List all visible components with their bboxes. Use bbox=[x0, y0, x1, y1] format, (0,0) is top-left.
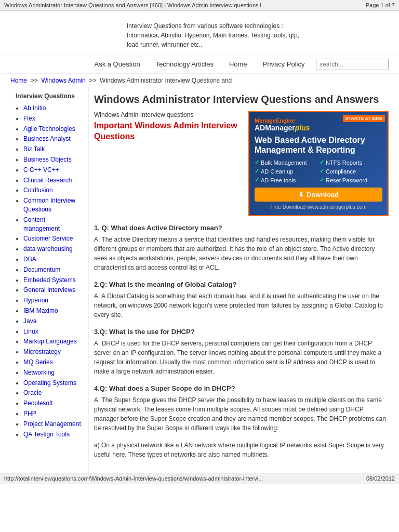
breadcrumb: Home >> Windows Admin >> Windows Adminis… bbox=[0, 74, 399, 87]
ad-product-name: ADManagerplus bbox=[255, 124, 310, 132]
list-item: Documentum bbox=[23, 265, 83, 274]
question-3: 3.Q: What is the use for DHCP? A: DHCP i… bbox=[94, 328, 389, 376]
feature-ad-free-tools: ✓ AD Free tools bbox=[255, 177, 317, 183]
main-content: Windows Administrator Interview Question… bbox=[88, 87, 394, 473]
nav-technology-articles[interactable]: Technology Articles bbox=[156, 60, 214, 68]
check-icon: ✓ bbox=[320, 177, 324, 183]
list-item: Business Objects bbox=[23, 155, 83, 164]
sidebar-peoplesoft[interactable]: Peoplesoft bbox=[23, 400, 53, 407]
sidebar-qa-testing-tools[interactable]: QA Testign Tools bbox=[23, 431, 70, 438]
sidebar-php[interactable]: PHP bbox=[23, 410, 36, 417]
check-icon: ✓ bbox=[320, 159, 324, 166]
sidebar-markup-languages[interactable]: Markup Languages bbox=[23, 338, 77, 345]
list-item: Common Interview Questions bbox=[23, 196, 83, 214]
list-item: Networking bbox=[23, 368, 83, 377]
feature-compliance: ✓ Compliance bbox=[320, 168, 382, 175]
sidebar-java[interactable]: Java bbox=[23, 317, 36, 325]
article-intro: Windows Admin Interview questions bbox=[94, 111, 243, 118]
list-item: Customer Service bbox=[23, 234, 83, 243]
nav-privacy-policy[interactable]: Privacy Policy bbox=[263, 60, 305, 68]
top-content-row: Windows Admin Interview questions Import… bbox=[94, 111, 389, 216]
footer-date: 08/02/2012 bbox=[366, 475, 395, 482]
breadcrumb-home[interactable]: Home bbox=[10, 77, 27, 84]
answer-text: A: DHCP is used for the DHCP servers, pe… bbox=[94, 339, 389, 376]
sidebar-flex[interactable]: Flex bbox=[23, 115, 35, 122]
feature-ad-clean-up: ✓ AD Clean up bbox=[255, 168, 317, 175]
sidebar-c-cpp[interactable]: C C++ VC++ bbox=[23, 166, 59, 174]
feature-reset-password: ✓ Reset Password bbox=[320, 177, 382, 183]
sidebar-agile[interactable]: Agile Technologies bbox=[23, 125, 75, 132]
list-item: PHP bbox=[23, 409, 83, 418]
list-item: Flex bbox=[23, 114, 83, 123]
sidebar-customer-service[interactable]: Customer Service bbox=[23, 235, 73, 242]
question-title: 3.Q: What is the use for DHCP? bbox=[94, 328, 389, 336]
footer-bar: http://totalinterviewquestions.com/Windo… bbox=[0, 473, 399, 484]
question-title: 1. Q: What does Active Directory mean? bbox=[94, 224, 389, 232]
ad-brand: ManageEngine ADManagerplus bbox=[255, 117, 310, 132]
download-label: Download bbox=[307, 191, 339, 198]
sidebar-content-management[interactable]: Content management bbox=[23, 216, 60, 232]
starts-badge: STARTS AT $495 bbox=[343, 115, 385, 122]
list-item: Clinical Research bbox=[23, 176, 83, 185]
question-title: 4.Q: What does a Super Scope do in DHCP? bbox=[94, 384, 389, 392]
list-item: DBA bbox=[23, 255, 83, 264]
check-icon: ✓ bbox=[255, 177, 259, 183]
sidebar-data-warehousing[interactable]: data warehousing bbox=[23, 245, 73, 252]
header-tagline: Interview Questions from various softwar… bbox=[96, 21, 303, 49]
download-button[interactable]: ⬇ Download bbox=[255, 188, 382, 202]
sidebar-general-interviews[interactable]: General Interviews bbox=[23, 286, 75, 294]
search-box-wrapper bbox=[316, 59, 389, 70]
sidebar-embeded-systems[interactable]: Embeded Systems bbox=[23, 276, 76, 284]
sidebar-linux[interactable]: Linux bbox=[23, 328, 38, 335]
check-icon: ✓ bbox=[255, 159, 259, 166]
sidebar-oracle[interactable]: Oracle bbox=[23, 389, 42, 396]
nav-home[interactable]: Home bbox=[229, 60, 247, 68]
ad-features: ✓ Bulk Management ✓ NTFS Reports ✓ AD Cl… bbox=[255, 159, 382, 183]
question-2: 2.Q: What is the meaning of Global Catal… bbox=[94, 281, 389, 320]
important-heading: Important Windows Admin Interview Questi… bbox=[94, 121, 243, 142]
sidebar-common-interview[interactable]: Common Interview Questions bbox=[23, 197, 75, 213]
sidebar-business-analyst[interactable]: Business Analyst bbox=[23, 135, 71, 142]
list-item: Java bbox=[23, 317, 83, 326]
nav-ask-question[interactable]: Ask a Question bbox=[94, 60, 140, 68]
page-number: Page 1 of 7 bbox=[366, 2, 395, 8]
list-item: Operating Systems bbox=[23, 379, 83, 388]
sidebar-list: Ab Initio Flex Agile Technologies Busine… bbox=[16, 104, 83, 438]
sidebar-dba[interactable]: DBA bbox=[23, 256, 36, 263]
feature-bulk-management: ✓ Bulk Management bbox=[255, 159, 317, 166]
title-bar-text: Windows Administrator Interview Question… bbox=[4, 2, 266, 8]
sidebar-documentum[interactable]: Documentum bbox=[23, 266, 60, 273]
answer-text: A: The active Directory means a service … bbox=[94, 235, 389, 272]
sidebar-operating-systems[interactable]: Operating Systems bbox=[23, 379, 76, 387]
answer-p2: a) On a physical network like a LAN netw… bbox=[94, 441, 389, 459]
download-arrow-icon: ⬇ bbox=[298, 191, 304, 198]
list-item: Coldfusion bbox=[23, 186, 83, 195]
sidebar-ab-initio[interactable]: Ab Initio bbox=[23, 104, 46, 112]
sidebar-ibm-maximo[interactable]: IBM Maximo bbox=[23, 307, 58, 314]
title-bar: Windows Administrator Interview Question… bbox=[0, 0, 399, 11]
list-item: Embeded Systems bbox=[23, 276, 83, 285]
sidebar-biz-talk[interactable]: Biz Talk bbox=[23, 145, 45, 153]
manage-engine-label: ManageEngine bbox=[255, 117, 295, 124]
content-area: Interview Questions Ab Initio Flex Agile… bbox=[0, 87, 399, 473]
footer-url: http://totalinterviewquestions.com/Windo… bbox=[4, 475, 263, 482]
question-1: 1. Q: What does Active Directory mean? A… bbox=[94, 224, 389, 272]
sidebar-microstrategy[interactable]: Microstrategy bbox=[23, 348, 61, 355]
sidebar: Interview Questions Ab Initio Flex Agile… bbox=[5, 87, 88, 473]
search-input[interactable] bbox=[316, 59, 389, 70]
feature-ntfs-reports: ✓ NTFS Reports bbox=[320, 159, 382, 166]
breadcrumb-windows-admin[interactable]: Windows Admin bbox=[41, 77, 85, 84]
sidebar-coldfusion[interactable]: Coldfusion bbox=[23, 187, 53, 194]
sidebar-mq-series[interactable]: MQ Series bbox=[23, 358, 53, 366]
sidebar-heading: Interview Questions bbox=[16, 92, 83, 100]
list-item: Oracle bbox=[23, 389, 83, 397]
sidebar-networking[interactable]: Networking bbox=[23, 369, 55, 376]
check-icon: ✓ bbox=[320, 168, 324, 175]
sidebar-clinical-research[interactable]: Clinical Research bbox=[23, 177, 72, 184]
sidebar-business-objects[interactable]: Business Objects bbox=[23, 156, 72, 163]
answer-text: A: A Global Catalog is something that ea… bbox=[94, 291, 389, 320]
sidebar-hyperion[interactable]: Hyperion bbox=[23, 297, 48, 304]
list-item: Business Analyst bbox=[23, 135, 83, 143]
sidebar-project-management[interactable]: Project Management bbox=[23, 420, 81, 428]
list-item: Content management bbox=[23, 216, 83, 233]
